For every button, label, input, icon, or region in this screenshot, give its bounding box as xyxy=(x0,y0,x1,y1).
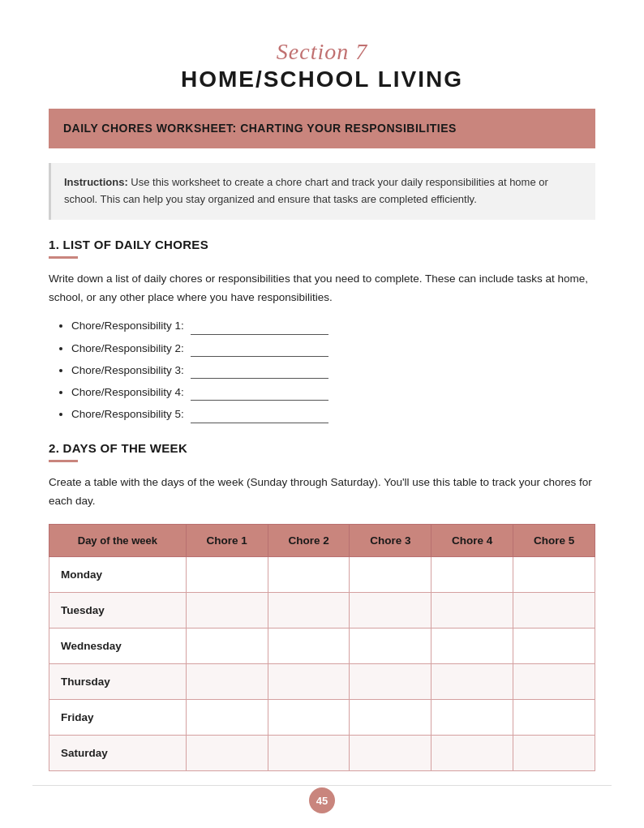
section1-underline xyxy=(49,256,78,259)
table-cell xyxy=(431,628,513,663)
table-cell xyxy=(350,592,431,628)
table-cell xyxy=(186,735,268,770)
list-item: Chore/Responsibility 4: xyxy=(71,384,595,401)
section-title: HOME/SCHOOL LIVING xyxy=(49,66,595,92)
list-item: Chore/Responsibility 1: xyxy=(71,318,595,334)
chore-table: Day of the week Chore 1 Chore 2 Chore 3 … xyxy=(49,524,595,771)
table-row: Monday xyxy=(49,556,595,592)
table-cell xyxy=(186,592,268,628)
col-header-chore3: Chore 3 xyxy=(350,524,431,556)
list-item: Chore/Responsibility 2: xyxy=(71,341,595,357)
table-row: Wednesday xyxy=(49,628,595,663)
table-cell-day: Saturday xyxy=(49,735,187,770)
table-cell xyxy=(431,663,513,699)
table-cell xyxy=(268,628,350,663)
table-cell xyxy=(268,556,350,592)
list-item: Chore/Responsibility 3: xyxy=(71,363,595,379)
col-header-chore2: Chore 2 xyxy=(268,524,350,556)
table-cell xyxy=(431,699,513,735)
instructions-label: Instructions: xyxy=(64,176,128,188)
instructions-box: Instructions: Use this worksheet to crea… xyxy=(49,163,595,220)
table-row: Tuesday xyxy=(49,592,595,628)
table-row: Friday xyxy=(49,699,595,735)
table-cell-day: Tuesday xyxy=(49,592,187,628)
table-cell xyxy=(186,556,268,592)
table-cell-day: Friday xyxy=(49,699,187,735)
section2-heading: 2. DAYS OF THE WEEK xyxy=(49,441,595,455)
table-header-row: Day of the week Chore 1 Chore 2 Chore 3 … xyxy=(49,524,595,556)
table-cell xyxy=(186,699,268,735)
table-cell xyxy=(350,556,431,592)
table-cell xyxy=(513,735,595,770)
table-cell xyxy=(350,735,431,770)
table-cell xyxy=(431,592,513,628)
table-row: Thursday xyxy=(49,663,595,699)
table-cell xyxy=(513,663,595,699)
col-header-chore5: Chore 5 xyxy=(513,524,595,556)
table-cell xyxy=(431,735,513,770)
section-label: Section 7 xyxy=(49,39,595,65)
section1-body: Write down a list of daily chores or res… xyxy=(49,270,595,307)
table-cell xyxy=(350,628,431,663)
section2-body: Create a table with the days of the week… xyxy=(49,474,595,511)
worksheet-banner-title: DAILY CHORES WORKSHEET: CHARTING YOUR RE… xyxy=(63,120,581,137)
table-cell xyxy=(431,556,513,592)
section2-underline xyxy=(49,460,78,462)
chore-list: Chore/Responsibility 1: Chore/Responsibi… xyxy=(49,318,595,423)
table-cell xyxy=(513,699,595,735)
table-cell-day: Wednesday xyxy=(49,628,187,663)
page: Section 7 HOME/SCHOOL LIVING DAILY CHORE… xyxy=(0,0,644,828)
table-cell xyxy=(513,556,595,592)
table-cell xyxy=(350,699,431,735)
page-number: 45 xyxy=(316,795,328,807)
page-number-container: 45 xyxy=(309,787,335,813)
table-cell-day: Thursday xyxy=(49,663,187,699)
list-item: Chore/Responsibility 5: xyxy=(71,406,595,423)
worksheet-banner: DAILY CHORES WORKSHEET: CHARTING YOUR RE… xyxy=(49,109,595,148)
section1-heading: 1. LIST OF DAILY CHORES xyxy=(49,238,595,251)
table-cell-day: Monday xyxy=(49,556,187,592)
instructions-text: Use this worksheet to create a chore cha… xyxy=(64,176,548,205)
bottom-divider xyxy=(32,785,612,786)
table-cell xyxy=(186,628,268,663)
table-cell xyxy=(186,663,268,699)
table-cell xyxy=(268,735,350,770)
col-header-chore4: Chore 4 xyxy=(431,524,513,556)
table-cell xyxy=(268,592,350,628)
table-cell xyxy=(268,699,350,735)
col-header-chore1: Chore 1 xyxy=(186,524,268,556)
table-cell xyxy=(350,663,431,699)
table-cell xyxy=(513,628,595,663)
table-row: Saturday xyxy=(49,735,595,770)
col-header-day: Day of the week xyxy=(49,524,187,556)
table-cell xyxy=(268,663,350,699)
table-cell xyxy=(513,592,595,628)
